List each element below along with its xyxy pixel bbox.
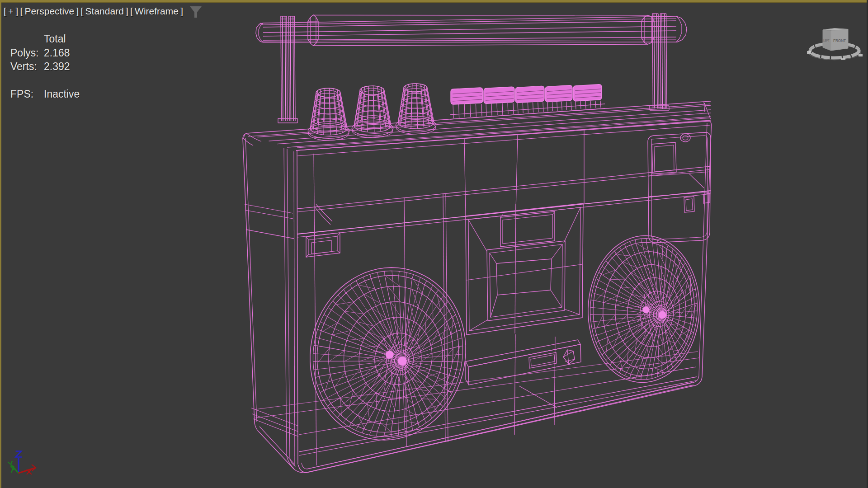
svg-text:FRONT: FRONT <box>833 39 846 43</box>
svg-text:LEFT: LEFT <box>823 38 830 42</box>
